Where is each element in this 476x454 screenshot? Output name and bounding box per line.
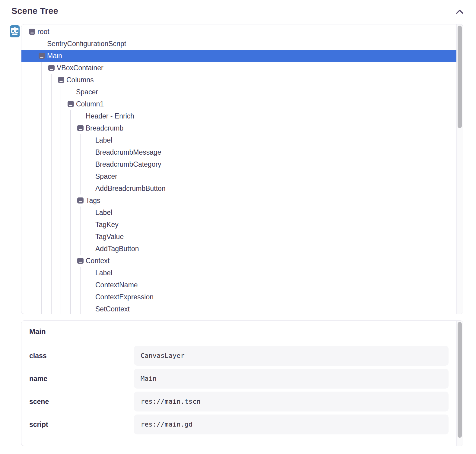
scene-tree-panel: rootSentryConfigurationScriptMainVBoxCon… [21,24,463,314]
tree-node-tagvalue[interactable]: TagValue [21,231,456,243]
detail-row-script: script res://main.gd [29,415,449,434]
tree-node-label: Label [95,134,112,146]
collapse-panel-button[interactable] [454,7,466,17]
tree-node-spacer[interactable]: Spacer [21,170,456,182]
detail-value-box: CanvasLayer [134,346,449,366]
node-details-panel: Main class CanvasLayer name Main scene r… [21,320,463,446]
tree-node-label: Spacer [76,86,98,98]
tree-node-label: TagValue [95,231,124,243]
minus-icon [50,69,53,70]
tree-node-vboxcontainer[interactable]: VBoxContainer [21,62,456,74]
page-title: Scene Tree [11,6,58,16]
tree-node-label: Breadcrumb [86,122,123,134]
tree-node-breadcrumbcategory[interactable]: BreadcrumbCategory [21,158,456,170]
tree-node-label: ContextExpression [95,291,154,303]
tree-node-column1[interactable]: Column1 [21,98,456,110]
tree-node-breadcrumb[interactable]: Breadcrumb [21,122,456,134]
tree-node-label: SetContext [95,303,130,314]
minus-icon [40,57,43,58]
details-scrollbar-thumb[interactable] [458,322,462,438]
tree-node-addtagbutton[interactable]: AddTagButton [21,243,456,255]
collapse-node-button[interactable] [77,125,84,131]
tree-node-label: Context [86,255,109,267]
tree-scrollbar-track[interactable] [456,24,463,314]
tree-node-label: BreadcrumbMessage [95,146,161,158]
tree-scrollbar-thumb[interactable] [458,26,462,128]
tree-node-label: Main [47,50,62,62]
detail-key: scene [29,392,49,411]
collapse-node-button[interactable] [68,101,74,107]
detail-value-box: Main [134,369,449,389]
tree-node-label: Label [95,207,112,219]
tree-node-tagkey[interactable]: TagKey [21,219,456,231]
tree-node-label: ContextName [95,279,138,291]
tree-node-tags[interactable]: Tags [21,194,456,207]
tree-node-context[interactable]: Context [21,255,456,267]
detail-row-class: class CanvasLayer [29,346,449,366]
tree-node-label: Columns [66,74,94,86]
minus-icon [79,262,82,263]
minus-icon [59,81,63,82]
tree-node-header-enrich[interactable]: Header - Enrich [21,110,456,122]
tree-node-label[interactable]: Label [21,207,456,219]
tree-node-label: TagKey [95,219,119,231]
tree-node-label[interactable]: Label [21,134,456,146]
scene-tree: rootSentryConfigurationScriptMainVBoxCon… [21,24,456,314]
tree-node-contextname[interactable]: ContextName [21,279,456,291]
detail-value: res://main.gd [134,415,449,434]
minus-icon [79,129,82,130]
detail-key: name [29,369,47,389]
tree-node-sentryconfigurationscript[interactable]: SentryConfigurationScript [21,38,456,50]
tree-node-addbreadcrumbbutton[interactable]: AddBreadcrumbButton [21,182,456,194]
details-title: Main [29,327,46,336]
tree-node-root[interactable]: root [21,26,456,38]
collapse-node-button[interactable] [77,197,84,203]
tree-node-setcontext[interactable]: SetContext [21,303,456,314]
tree-node-label: root [37,26,49,38]
tree-node-label: AddBreadcrumbButton [95,182,166,194]
minus-icon [79,201,82,202]
detail-row-name: name Main [29,369,449,389]
tree-node-spacer[interactable]: Spacer [21,86,456,98]
minus-icon [30,33,34,33]
tree-node-label[interactable]: Label [21,267,456,279]
detail-row-scene: scene res://main.tscn [29,392,449,411]
details-scrollbar-track[interactable] [456,321,463,446]
detail-value: res://main.tscn [134,392,449,411]
collapse-node-button[interactable] [58,77,64,83]
tree-node-label: VBoxContainer [57,62,103,74]
tree-node-label: BreadcrumbCategory [95,158,161,170]
detail-value-box: res://main.tscn [134,392,449,411]
tree-node-label: Column1 [76,98,104,110]
tree-node-breadcrumbmessage[interactable]: BreadcrumbMessage [21,146,456,158]
collapse-node-button[interactable] [48,65,55,71]
collapse-node-button[interactable] [29,29,35,35]
tree-node-label: SentryConfigurationScript [47,38,126,50]
detail-value-box: res://main.gd [134,415,449,434]
detail-key: class [29,346,47,366]
tree-node-columns[interactable]: Columns [21,74,456,86]
detail-value: Main [134,369,449,389]
detail-key: script [29,415,48,434]
tree-node-contextexpression[interactable]: ContextExpression [21,291,456,303]
chevron-up-icon [456,9,464,14]
tree-node-label: Header - Enrich [86,110,134,122]
collapse-node-button[interactable] [77,258,84,264]
detail-value: CanvasLayer [134,346,449,366]
tree-node-label: Tags [86,194,100,207]
godot-icon [10,25,20,37]
tree-node-main[interactable]: Main [21,50,456,62]
minus-icon [69,105,72,106]
tree-node-label: Label [95,267,112,279]
tree-node-label: AddTagButton [95,243,139,255]
tree-node-label: Spacer [95,170,117,182]
collapse-node-button[interactable] [39,53,45,59]
